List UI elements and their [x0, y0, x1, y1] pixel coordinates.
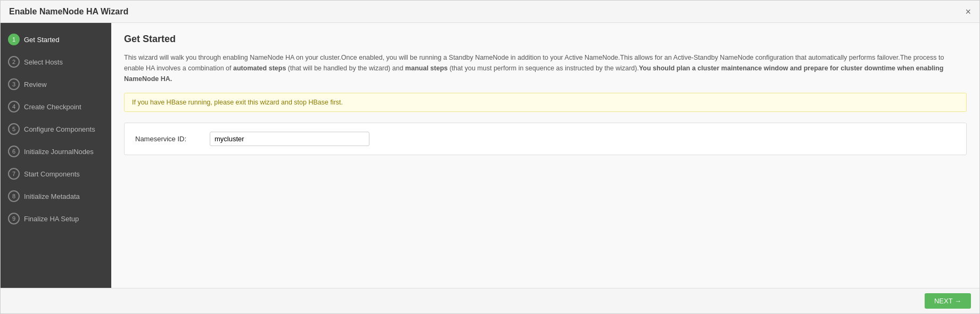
sidebar-label-9: Finalize HA Setup: [24, 215, 79, 223]
dialog-footer: NEXT →: [1, 288, 979, 313]
sidebar-label-1: Get Started: [24, 36, 59, 44]
sidebar-item-initialize-metadata[interactable]: 8 Initialize Metadata: [1, 185, 111, 207]
sidebar-label-6: Initialize JournalNodes: [24, 148, 94, 156]
next-button[interactable]: NEXT →: [925, 293, 971, 309]
form-section: Nameservice ID:: [124, 123, 967, 155]
main-content: Get Started This wizard will walk you th…: [111, 23, 979, 288]
dialog-title: Enable NameNode HA Wizard: [9, 7, 128, 17]
sidebar-item-configure-components[interactable]: 5 Configure Components: [1, 118, 111, 140]
step-circle-6: 6: [8, 146, 20, 157]
sidebar-item-select-hosts[interactable]: 2 Select Hosts: [1, 51, 111, 73]
step-circle-4: 4: [8, 101, 20, 112]
sidebar-item-initialize-journalnodes[interactable]: 6 Initialize JournalNodes: [1, 140, 111, 163]
desc-part3: (that you must perform in sequence as in…: [448, 65, 639, 72]
step-circle-1: 1: [8, 34, 20, 45]
description-text: This wizard will walk you through enabli…: [124, 52, 965, 84]
step-circle-7: 7: [8, 168, 20, 180]
desc-part2: (that will be handled by the wizard) and: [286, 65, 405, 72]
step-circle-3: 3: [8, 78, 20, 90]
automated-steps-text: automated steps: [233, 65, 286, 72]
warning-box: If you have HBase running, please exit t…: [124, 93, 967, 112]
sidebar-label-3: Review: [24, 80, 47, 88]
section-title: Get Started: [124, 34, 967, 45]
sidebar-item-start-components[interactable]: 7 Start Components: [1, 163, 111, 185]
sidebar-label-2: Select Hosts: [24, 58, 63, 66]
sidebar-label-8: Initialize Metadata: [24, 192, 80, 200]
sidebar-item-create-checkpoint[interactable]: 4 Create Checkpoint: [1, 95, 111, 118]
sidebar-item-finalize-ha-setup[interactable]: 9 Finalize HA Setup: [1, 207, 111, 230]
sidebar-item-get-started[interactable]: 1 Get Started: [1, 28, 111, 51]
step-circle-2: 2: [8, 56, 20, 68]
sidebar-label-5: Configure Components: [24, 125, 95, 133]
dialog-header: Enable NameNode HA Wizard ×: [1, 1, 979, 23]
sidebar-label-4: Create Checkpoint: [24, 103, 81, 111]
step-circle-9: 9: [8, 213, 20, 224]
enable-namenode-ha-wizard: Enable NameNode HA Wizard × 1 Get Starte…: [0, 0, 980, 314]
nameservice-input[interactable]: [210, 132, 369, 146]
sidebar-label-7: Start Components: [24, 170, 80, 178]
warning-text: If you have HBase running, please exit t…: [132, 99, 343, 106]
nameservice-label: Nameservice ID:: [135, 135, 199, 143]
sidebar-item-review[interactable]: 3 Review: [1, 73, 111, 95]
nameservice-row: Nameservice ID:: [135, 132, 956, 146]
dialog-body: 1 Get Started 2 Select Hosts 3 Review 4 …: [1, 23, 979, 288]
step-circle-5: 5: [8, 123, 20, 135]
manual-steps-text: manual steps: [405, 65, 448, 72]
sidebar: 1 Get Started 2 Select Hosts 3 Review 4 …: [1, 23, 111, 288]
close-button[interactable]: ×: [965, 7, 971, 17]
step-circle-8: 8: [8, 190, 20, 202]
